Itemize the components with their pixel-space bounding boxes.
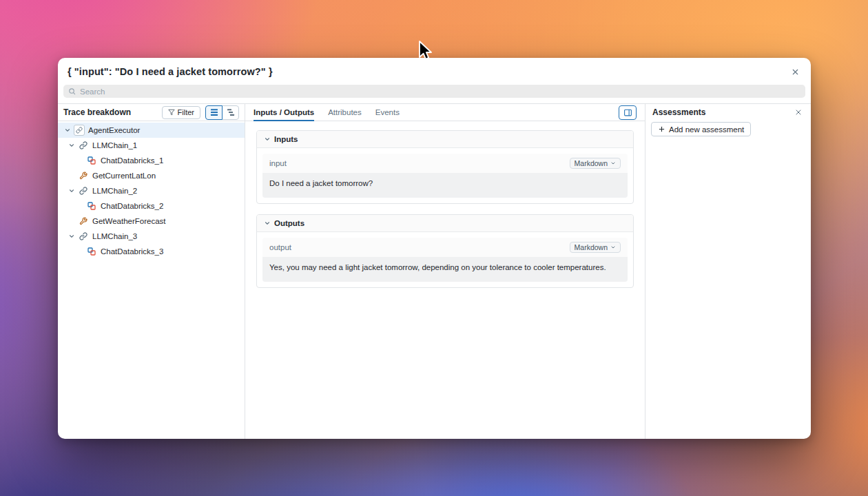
- tree-item-label: ChatDatabricks_1: [101, 156, 163, 165]
- tab-label: Events: [375, 108, 400, 116]
- assessments-header: Assessments: [645, 104, 811, 121]
- tree-item-llmchain-1[interactable]: LLMChain_1: [58, 138, 245, 153]
- tree-item-label: ChatDatabricks_3: [101, 247, 163, 256]
- side-panel-icon: [623, 108, 632, 117]
- chain-icon: [77, 141, 90, 149]
- tree-item-label: GetCurrentLatLon: [92, 172, 156, 180]
- format-select-value: Markdown: [575, 159, 608, 167]
- view-mode-segmented-control: [205, 105, 239, 120]
- chevron-down-icon: [610, 161, 616, 166]
- model-icon: [85, 156, 98, 165]
- assessments-close-button[interactable]: [793, 107, 804, 118]
- output-field-value: Yes, you may need a light jacket tomorro…: [262, 257, 628, 282]
- model-icon: [85, 247, 98, 256]
- close-icon: [791, 68, 800, 76]
- tree-item-getweatherforecast[interactable]: GetWeatherForecast: [58, 214, 245, 229]
- chevron-down-icon[interactable]: [62, 127, 73, 134]
- input-field: input Markdown Do I need a jacket tomorr…: [262, 154, 628, 198]
- output-field: output Markdown Yes, you may need a ligh…: [262, 238, 628, 282]
- tree-item-chatdatabricks-1[interactable]: ChatDatabricks_1: [58, 153, 245, 168]
- output-field-label: output: [269, 243, 291, 251]
- assessments-title: Assessments: [652, 107, 705, 117]
- list-view-icon: [210, 108, 218, 116]
- input-field-header: input Markdown: [262, 154, 628, 173]
- modal-close-button[interactable]: [789, 66, 801, 78]
- tab-attributes[interactable]: Attributes: [328, 104, 362, 121]
- outputs-section-header[interactable]: Outputs: [257, 215, 633, 232]
- tree-item-chatdatabricks-3[interactable]: ChatDatabricks_3: [58, 244, 245, 259]
- search-input[interactable]: Search: [63, 85, 805, 98]
- modal-titlebar: { "input": "Do I need a jacket tomorrow?…: [58, 58, 811, 78]
- model-icon: [85, 202, 98, 210]
- output-format-select[interactable]: Markdown: [570, 242, 621, 253]
- tree-item-label: LLMChain_1: [92, 141, 137, 149]
- search-placeholder: Search: [80, 87, 105, 96]
- span-detail-panel: Inputs / Outputs Attributes Events: [245, 104, 645, 439]
- detail-tabs-bar: Inputs / Outputs Attributes Events: [245, 104, 645, 121]
- tree-item-label: LLMChain_2: [92, 187, 137, 195]
- chain-icon: [77, 232, 90, 240]
- input-field-label: input: [269, 159, 287, 167]
- search-icon: [68, 87, 76, 95]
- search-area: Search: [58, 78, 811, 103]
- tool-wrench-icon: [77, 172, 90, 180]
- tree-item-label: GetWeatherForecast: [92, 217, 166, 225]
- inputs-section: Inputs input Markdown Do I: [256, 130, 634, 204]
- output-field-header: output Markdown: [262, 238, 628, 257]
- tree-item-agentexecutor[interactable]: AgentExecutor: [58, 123, 245, 138]
- tab-events[interactable]: Events: [375, 104, 400, 121]
- chain-icon: [73, 125, 85, 136]
- tab-label: Inputs / Outputs: [254, 108, 314, 116]
- detail-content: Inputs input Markdown Do I: [245, 121, 645, 439]
- filter-button[interactable]: Filter: [162, 106, 200, 119]
- span-tree: AgentExecutor LLMChain_1 ChatDatabric: [58, 121, 245, 259]
- modal-title: { "input": "Do I need a jacket tomorrow?…: [68, 66, 273, 77]
- add-new-assessment-button[interactable]: Add new assessment: [651, 122, 751, 136]
- outputs-section-title: Outputs: [274, 219, 304, 227]
- format-select-value: Markdown: [575, 243, 608, 251]
- tab-label: Attributes: [328, 108, 362, 116]
- trace-modal-window: { "input": "Do I need a jacket tomorrow?…: [58, 58, 811, 439]
- tree-item-label: AgentExecutor: [88, 126, 140, 134]
- filter-funnel-icon: [168, 109, 175, 116]
- filter-button-label: Filter: [178, 108, 194, 116]
- outputs-section: Outputs output Markdown Yes: [256, 214, 634, 288]
- trace-breakdown-panel: Trace breakdown Filter: [58, 104, 245, 439]
- trace-breakdown-header: Trace breakdown Filter: [58, 104, 245, 121]
- span-list-view-button[interactable]: [205, 105, 223, 120]
- modal-body: Trace breakdown Filter: [58, 103, 811, 439]
- inputs-section-title: Inputs: [274, 135, 298, 143]
- chevron-down-icon: [264, 220, 271, 227]
- plus-icon: [658, 125, 665, 133]
- tool-wrench-icon: [77, 217, 90, 225]
- assessments-panel-toggle-button[interactable]: [619, 105, 637, 120]
- chevron-down-icon: [610, 245, 616, 250]
- close-icon: [794, 108, 803, 116]
- chevron-down-icon: [264, 136, 271, 143]
- trace-breakdown-title: Trace breakdown: [63, 107, 162, 117]
- chevron-down-icon[interactable]: [66, 233, 77, 240]
- tree-item-label: ChatDatabricks_2: [101, 202, 163, 210]
- assessments-panel: Assessments Add new assessment: [645, 104, 811, 439]
- tree-item-getcurrentlatlon[interactable]: GetCurrentLatLon: [58, 168, 245, 183]
- chain-icon: [77, 187, 90, 195]
- tab-inputs-outputs[interactable]: Inputs / Outputs: [254, 104, 314, 121]
- add-new-assessment-label: Add new assessment: [669, 125, 744, 134]
- tree-item-llmchain-3[interactable]: LLMChain_3: [58, 229, 245, 244]
- timeline-view-button[interactable]: [222, 105, 239, 120]
- inputs-section-header[interactable]: Inputs: [257, 131, 633, 148]
- tree-item-label: LLMChain_3: [92, 232, 137, 240]
- chevron-down-icon[interactable]: [66, 142, 77, 149]
- input-field-value: Do I need a jacket tomorrow?: [262, 173, 628, 198]
- input-format-select[interactable]: Markdown: [570, 158, 621, 169]
- tree-item-chatdatabricks-2[interactable]: ChatDatabricks_2: [58, 198, 245, 214]
- chevron-down-icon[interactable]: [66, 187, 77, 194]
- desktop: { "window": { "title": "{ \"input\": \"D…: [0, 0, 868, 496]
- tree-item-llmchain-2[interactable]: LLMChain_2: [58, 183, 245, 198]
- timeline-view-icon: [227, 108, 235, 116]
